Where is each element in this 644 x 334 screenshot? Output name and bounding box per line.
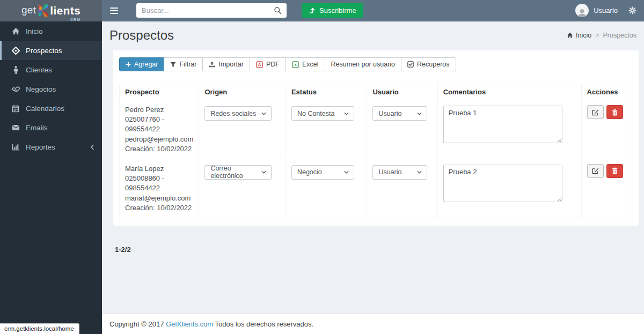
add-button[interactable]: Agregar: [119, 57, 164, 71]
envelope-icon: [10, 124, 21, 131]
user-select-value: Usuario: [378, 110, 401, 117]
pagination-label: 1-2/2: [115, 246, 644, 254]
edit-icon: [592, 167, 599, 174]
col-header-acciones: Acciones: [581, 84, 632, 100]
search-input[interactable]: [136, 3, 287, 18]
comment-textarea[interactable]: Prueba 1: [443, 106, 562, 143]
sidebar: Inicio Prospectos Clientes Negocios Cale…: [0, 21, 102, 334]
origin-select[interactable]: Redes sociales: [204, 106, 272, 121]
table-row: María Lopez 025008860 - 098554422 marial…: [120, 159, 632, 218]
breadcrumb-separator: >: [595, 32, 599, 39]
home-icon: [10, 27, 21, 35]
chevron-left-icon: [90, 144, 94, 150]
browser-status-url: crm.getklients.local/home: [0, 323, 79, 334]
footer: Copyright © 2017 GetKlients.com Todos lo…: [102, 314, 644, 334]
subscribe-label: Suscribirme: [319, 6, 356, 14]
sidebar-item-label: Calendarios: [26, 105, 64, 113]
summary-by-user-button[interactable]: Resumen por usuario: [325, 57, 402, 71]
svg-text:x: x: [294, 62, 297, 67]
plus-icon: [126, 62, 131, 67]
pdf-button[interactable]: A PDF: [250, 57, 286, 71]
filter-button[interactable]: Filtrar: [164, 57, 203, 71]
bar-chart-icon: [10, 143, 21, 151]
hamburger-icon[interactable]: [103, 0, 125, 21]
chevron-down-icon: [261, 112, 266, 115]
excel-button[interactable]: x Excel: [286, 57, 325, 71]
edit-button[interactable]: [587, 105, 604, 119]
pdf-file-icon: A: [256, 61, 263, 68]
origin-select[interactable]: Correo electrónico: [204, 165, 272, 180]
user-select[interactable]: Usuario: [372, 106, 427, 121]
person-icon: [10, 66, 21, 74]
prospect-email: marial@ejemplo.com: [125, 194, 193, 203]
origin-select-value: Redes sociales: [210, 110, 256, 117]
brand-subtitle: CRM: [70, 18, 80, 21]
k-logo-icon: [38, 3, 49, 18]
status-select-value: No Contesta: [297, 110, 334, 117]
delete-button[interactable]: [606, 164, 623, 178]
compass-icon: [10, 47, 21, 55]
svg-text:A: A: [258, 62, 261, 67]
import-button[interactable]: Importar: [202, 57, 250, 71]
table-row: Pedro Perez 025007760 - 099554422 pedrop…: [120, 100, 632, 159]
brand-suffix: lients: [50, 5, 80, 16]
home-icon: [567, 32, 573, 39]
comment-textarea[interactable]: Prueba 2: [443, 165, 562, 202]
sidebar-item-clientes[interactable]: Clientes: [0, 60, 102, 79]
trash-icon: [612, 167, 618, 174]
chevron-down-icon: [344, 112, 349, 115]
prospect-created: Creación: 10/02/2022: [125, 144, 193, 154]
sidebar-item-label: Clientes: [26, 66, 52, 74]
toolbar: Agregar Filtrar Importar A PDF x Excel R…: [119, 57, 456, 71]
recovered-button[interactable]: Recuperos: [401, 57, 456, 71]
col-header-prospecto: Prospecto: [120, 84, 199, 100]
sidebar-item-prospectos[interactable]: Prospectos: [0, 41, 102, 60]
breadcrumb: Inicio > Prospectos: [567, 32, 636, 39]
sidebar-item-reportes[interactable]: Reportes: [0, 137, 102, 157]
filter-icon: [170, 62, 176, 68]
delete-button[interactable]: [606, 105, 623, 119]
gear-icon[interactable]: [628, 6, 636, 14]
sidebar-item-label: Inicio: [26, 27, 43, 35]
search-icon[interactable]: [274, 6, 282, 14]
user-menu[interactable]: Usuario: [575, 4, 618, 17]
edit-icon: [592, 109, 599, 116]
footer-rights: Todos los derechos reservados.: [215, 320, 314, 328]
col-header-usuario: Usuario: [367, 84, 437, 100]
user-select[interactable]: Usuario: [372, 165, 427, 180]
status-select-value: Negocio: [297, 168, 322, 176]
sidebar-item-label: Prospectos: [26, 47, 62, 55]
arrow-up-icon: [309, 7, 316, 14]
sidebar-item-label: Negocios: [26, 85, 56, 93]
status-select[interactable]: No Contesta: [291, 106, 354, 121]
col-header-origen: Origen: [199, 84, 286, 100]
chevron-down-icon: [261, 170, 266, 174]
prospects-table: Prospecto Origen Estatus Usuario Comenta…: [119, 84, 632, 218]
sidebar-item-label: Emails: [26, 124, 48, 132]
col-header-estatus: Estatus: [286, 84, 367, 100]
calendar-icon: [10, 105, 21, 113]
breadcrumb-home-link[interactable]: Inicio: [567, 32, 591, 39]
sidebar-item-negocios[interactable]: Negocios: [0, 79, 102, 99]
prospect-email: pedrop@ejemplo.com: [125, 135, 193, 144]
prospect-name: María Lopez: [125, 164, 193, 174]
sidebar-item-inicio[interactable]: Inicio: [0, 21, 102, 41]
upload-icon: [209, 61, 215, 68]
brand-logo[interactable]: get lients CRM: [0, 0, 102, 21]
breadcrumb-current: Prospectos: [603, 32, 636, 39]
trash-icon: [612, 109, 618, 116]
brand-prefix: get: [21, 5, 36, 16]
footer-link[interactable]: GetKlients.com: [166, 320, 213, 328]
top-navbar: get lients CRM: [0, 0, 644, 21]
sidebar-item-emails[interactable]: Emails: [0, 118, 102, 137]
sidebar-item-calendarios[interactable]: Calendarios: [0, 99, 102, 118]
prospects-panel: Agregar Filtrar Importar A PDF x Excel R…: [113, 50, 639, 226]
status-select[interactable]: Negocio: [291, 165, 354, 180]
footer-copyright: Copyright © 2017: [109, 320, 164, 328]
edit-button[interactable]: [587, 164, 604, 178]
user-select-value: Usuario: [378, 168, 401, 176]
subscribe-button[interactable]: Suscribirme: [302, 3, 363, 18]
chevron-down-icon: [417, 112, 422, 115]
sidebar-item-label: Reportes: [26, 143, 55, 151]
handshake-icon: [10, 86, 21, 93]
